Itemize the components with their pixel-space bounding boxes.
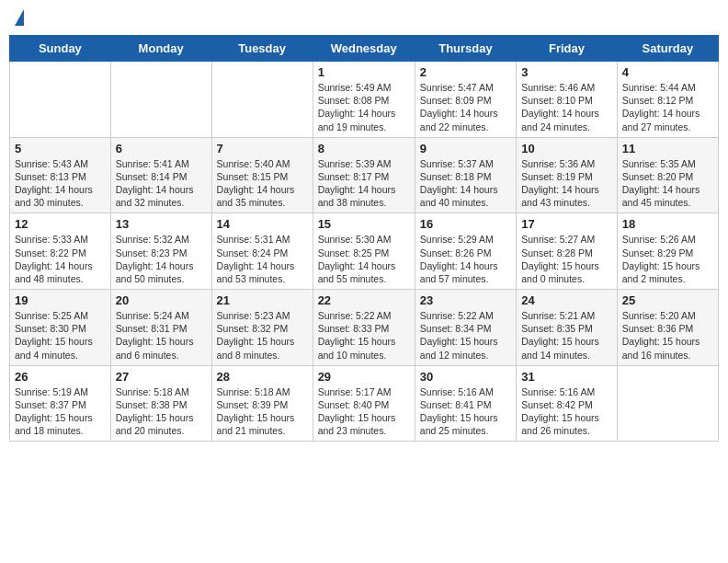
calendar-cell: 23Sunrise: 5:22 AM Sunset: 8:34 PM Dayli… — [415, 290, 516, 366]
day-number: 25 — [622, 293, 713, 307]
day-info: Sunrise: 5:27 AM Sunset: 8:28 PM Dayligh… — [521, 233, 612, 285]
day-info: Sunrise: 5:18 AM Sunset: 8:38 PM Dayligh… — [116, 385, 207, 438]
calendar-week-row: 19Sunrise: 5:25 AM Sunset: 8:30 PM Dayli… — [10, 290, 719, 366]
day-info: Sunrise: 5:32 AM Sunset: 8:23 PM Dayligh… — [116, 233, 207, 285]
day-header-friday: Friday — [517, 36, 618, 62]
day-number: 23 — [420, 293, 511, 307]
calendar-cell: 6Sunrise: 5:41 AM Sunset: 8:14 PM Daylig… — [110, 137, 211, 213]
calendar-cell: 9Sunrise: 5:37 AM Sunset: 8:18 PM Daylig… — [415, 137, 516, 213]
calendar-cell: 18Sunrise: 5:26 AM Sunset: 8:29 PM Dayli… — [617, 213, 718, 290]
day-number: 12 — [15, 217, 106, 231]
calendar-cell: 10Sunrise: 5:36 AM Sunset: 8:19 PM Dayli… — [517, 137, 618, 213]
day-info: Sunrise: 5:41 AM Sunset: 8:14 PM Dayligh… — [116, 157, 207, 210]
day-number: 3 — [521, 65, 612, 79]
calendar-cell: 28Sunrise: 5:18 AM Sunset: 8:39 PM Dayli… — [211, 365, 313, 442]
calendar-cell — [617, 365, 718, 442]
calendar-table: SundayMondayTuesdayWednesdayThursdayFrid… — [9, 35, 719, 442]
day-number: 26 — [15, 370, 106, 384]
day-info: Sunrise: 5:31 AM Sunset: 8:24 PM Dayligh… — [217, 233, 308, 285]
day-number: 21 — [217, 293, 308, 307]
calendar-week-row: 26Sunrise: 5:19 AM Sunset: 8:37 PM Dayli… — [10, 365, 719, 442]
day-info: Sunrise: 5:33 AM Sunset: 8:22 PM Dayligh… — [15, 233, 106, 285]
day-info: Sunrise: 5:22 AM Sunset: 8:34 PM Dayligh… — [420, 309, 511, 362]
day-info: Sunrise: 5:49 AM Sunset: 8:08 PM Dayligh… — [318, 81, 410, 133]
calendar-cell: 7Sunrise: 5:40 AM Sunset: 8:15 PM Daylig… — [211, 137, 313, 213]
day-number: 14 — [217, 217, 308, 231]
calendar-cell: 16Sunrise: 5:29 AM Sunset: 8:26 PM Dayli… — [415, 213, 516, 290]
calendar-cell: 2Sunrise: 5:47 AM Sunset: 8:09 PM Daylig… — [415, 62, 516, 138]
calendar-cell: 4Sunrise: 5:44 AM Sunset: 8:12 PM Daylig… — [617, 62, 718, 138]
calendar-cell: 30Sunrise: 5:16 AM Sunset: 8:41 PM Dayli… — [415, 365, 516, 442]
day-number: 8 — [318, 142, 410, 155]
day-info: Sunrise: 5:23 AM Sunset: 8:32 PM Dayligh… — [217, 309, 308, 362]
calendar-cell — [10, 62, 111, 138]
calendar-cell: 26Sunrise: 5:19 AM Sunset: 8:37 PM Dayli… — [10, 365, 111, 442]
day-info: Sunrise: 5:18 AM Sunset: 8:39 PM Dayligh… — [217, 385, 308, 438]
day-number: 28 — [217, 370, 308, 384]
day-info: Sunrise: 5:37 AM Sunset: 8:18 PM Dayligh… — [420, 157, 511, 210]
day-number: 15 — [318, 217, 410, 231]
calendar-header-row: SundayMondayTuesdayWednesdayThursdayFrid… — [10, 36, 719, 62]
calendar-cell: 21Sunrise: 5:23 AM Sunset: 8:32 PM Dayli… — [211, 290, 313, 366]
day-number: 6 — [116, 142, 207, 155]
day-info: Sunrise: 5:16 AM Sunset: 8:42 PM Dayligh… — [521, 385, 612, 438]
calendar-week-row: 5Sunrise: 5:43 AM Sunset: 8:13 PM Daylig… — [10, 137, 719, 213]
calendar-cell — [110, 62, 211, 138]
day-info: Sunrise: 5:43 AM Sunset: 8:13 PM Dayligh… — [15, 157, 106, 210]
day-number: 31 — [521, 370, 612, 384]
calendar-cell: 19Sunrise: 5:25 AM Sunset: 8:30 PM Dayli… — [10, 290, 111, 366]
day-number: 9 — [420, 142, 511, 155]
calendar-cell: 13Sunrise: 5:32 AM Sunset: 8:23 PM Dayli… — [110, 213, 211, 290]
day-number: 11 — [622, 142, 713, 155]
day-info: Sunrise: 5:19 AM Sunset: 8:37 PM Dayligh… — [15, 385, 106, 438]
calendar-cell: 25Sunrise: 5:20 AM Sunset: 8:36 PM Dayli… — [617, 290, 718, 366]
day-info: Sunrise: 5:44 AM Sunset: 8:12 PM Dayligh… — [622, 81, 713, 133]
day-header-wednesday: Wednesday — [313, 36, 415, 62]
day-number: 22 — [318, 293, 410, 307]
day-info: Sunrise: 5:22 AM Sunset: 8:33 PM Dayligh… — [318, 309, 410, 362]
calendar-cell: 3Sunrise: 5:46 AM Sunset: 8:10 PM Daylig… — [517, 62, 618, 138]
calendar-cell: 8Sunrise: 5:39 AM Sunset: 8:17 PM Daylig… — [313, 137, 415, 213]
day-number: 27 — [116, 370, 207, 384]
day-number: 18 — [622, 217, 713, 231]
day-number: 24 — [521, 293, 612, 307]
day-info: Sunrise: 5:17 AM Sunset: 8:40 PM Dayligh… — [318, 385, 410, 438]
logo — [13, 9, 24, 28]
calendar-cell: 17Sunrise: 5:27 AM Sunset: 8:28 PM Dayli… — [517, 213, 618, 290]
calendar-week-row: 12Sunrise: 5:33 AM Sunset: 8:22 PM Dayli… — [10, 213, 719, 290]
calendar-cell: 24Sunrise: 5:21 AM Sunset: 8:35 PM Dayli… — [517, 290, 618, 366]
calendar-cell: 27Sunrise: 5:18 AM Sunset: 8:38 PM Dayli… — [110, 365, 211, 442]
day-number: 16 — [420, 217, 511, 231]
calendar-cell: 11Sunrise: 5:35 AM Sunset: 8:20 PM Dayli… — [617, 137, 718, 213]
day-number: 4 — [622, 65, 713, 79]
calendar-cell: 15Sunrise: 5:30 AM Sunset: 8:25 PM Dayli… — [313, 213, 415, 290]
day-header-tuesday: Tuesday — [211, 36, 313, 62]
day-info: Sunrise: 5:46 AM Sunset: 8:10 PM Dayligh… — [521, 81, 612, 133]
page-header — [9, 9, 719, 28]
day-number: 2 — [420, 65, 511, 79]
day-number: 10 — [521, 142, 612, 155]
calendar-week-row: 1Sunrise: 5:49 AM Sunset: 8:08 PM Daylig… — [10, 62, 719, 138]
day-number: 19 — [15, 293, 106, 307]
calendar-cell: 20Sunrise: 5:24 AM Sunset: 8:31 PM Dayli… — [110, 290, 211, 366]
day-info: Sunrise: 5:20 AM Sunset: 8:36 PM Dayligh… — [622, 309, 713, 362]
day-info: Sunrise: 5:40 AM Sunset: 8:15 PM Dayligh… — [217, 157, 308, 210]
day-number: 29 — [318, 370, 410, 384]
day-number: 1 — [318, 65, 410, 79]
day-header-saturday: Saturday — [617, 36, 718, 62]
calendar-cell: 29Sunrise: 5:17 AM Sunset: 8:40 PM Dayli… — [313, 365, 415, 442]
day-info: Sunrise: 5:35 AM Sunset: 8:20 PM Dayligh… — [622, 157, 713, 210]
logo-triangle-icon — [15, 9, 24, 26]
day-info: Sunrise: 5:26 AM Sunset: 8:29 PM Dayligh… — [622, 233, 713, 285]
day-info: Sunrise: 5:29 AM Sunset: 8:26 PM Dayligh… — [420, 233, 511, 285]
calendar-cell: 1Sunrise: 5:49 AM Sunset: 8:08 PM Daylig… — [313, 62, 415, 138]
calendar-cell: 5Sunrise: 5:43 AM Sunset: 8:13 PM Daylig… — [10, 137, 111, 213]
calendar-cell: 22Sunrise: 5:22 AM Sunset: 8:33 PM Dayli… — [313, 290, 415, 366]
day-number: 20 — [116, 293, 207, 307]
day-info: Sunrise: 5:39 AM Sunset: 8:17 PM Dayligh… — [318, 157, 410, 210]
day-header-monday: Monday — [110, 36, 211, 62]
calendar-cell: 14Sunrise: 5:31 AM Sunset: 8:24 PM Dayli… — [211, 213, 313, 290]
day-number: 13 — [116, 217, 207, 231]
day-info: Sunrise: 5:36 AM Sunset: 8:19 PM Dayligh… — [521, 157, 612, 210]
day-info: Sunrise: 5:47 AM Sunset: 8:09 PM Dayligh… — [420, 81, 511, 133]
